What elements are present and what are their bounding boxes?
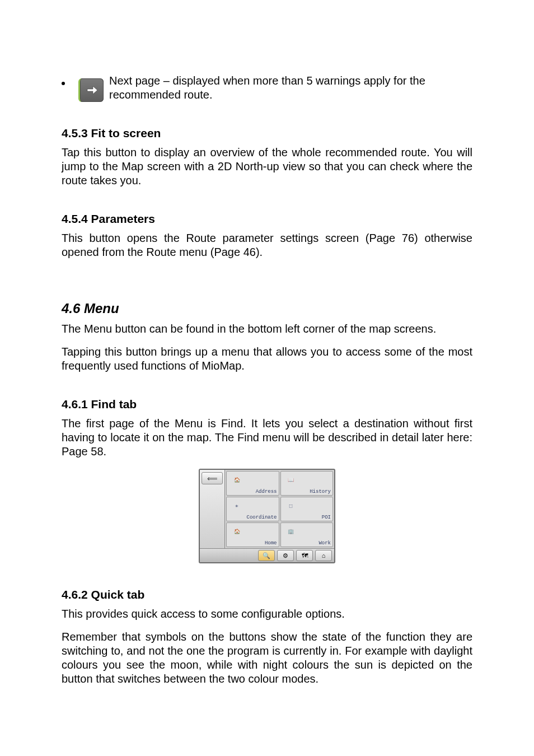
heading-menu: 4.6 Menu (62, 301, 472, 316)
tab-route-icon[interactable]: 🗺 (296, 550, 313, 561)
para-fit-to-screen: Tap this button to display an overview o… (62, 146, 472, 188)
para-quick-tab-2: Remember that symbols on the buttons sho… (62, 630, 472, 686)
cell-home[interactable]: 🏠 Home (226, 522, 279, 547)
heading-find-tab: 4.6.1 Find tab (62, 398, 472, 411)
heading-parameters: 4.5.4 Parameters (62, 212, 472, 226)
work-icon: 🏢 (284, 525, 298, 538)
back-button[interactable]: ⟸ (202, 472, 223, 484)
tab-quick-icon[interactable]: ⚙ (277, 550, 294, 561)
cell-label: History (310, 489, 331, 494)
para-find-tab: The first page of the Menu is Find. It l… (62, 417, 472, 459)
para-parameters: This button opens the Route parameter se… (62, 231, 472, 259)
cell-label: POI (322, 515, 331, 520)
arrow-right-icon (78, 78, 104, 102)
cell-work[interactable]: 🏢 Work (280, 522, 334, 547)
bullet-text: Next page – displayed when more than 5 w… (109, 74, 472, 102)
home-icon: 🏠 (230, 525, 243, 538)
coordinate-icon: ✳ (230, 499, 243, 512)
cell-coordinate[interactable]: ✳ Coordinate (226, 497, 279, 521)
history-icon: 📖 (284, 473, 298, 487)
find-screenshot: ⟸ 🏠 Address 📖 History ✳ Coordinate (62, 469, 472, 563)
find-side-panel: ⟸ (200, 470, 225, 548)
cell-history[interactable]: 📖 History (280, 471, 334, 496)
para-menu-2: Tapping this button brings up a menu tha… (62, 345, 472, 373)
cell-label: Home (265, 540, 277, 546)
bullet-dot (62, 82, 65, 85)
bullet-list-item: Next page – displayed when more than 5 w… (62, 62, 472, 102)
back-icon: ⟸ (207, 474, 218, 483)
para-quick-tab-1: This provides quick access to some confi… (62, 607, 472, 621)
cell-poi[interactable]: ⬚ POI (280, 497, 334, 521)
cell-label: Address (256, 489, 277, 494)
cell-label: Coordinate (246, 515, 277, 520)
heading-fit-to-screen: 4.5.3 Fit to screen (62, 127, 472, 140)
cell-label: Work (318, 540, 331, 546)
para-menu-1: The Menu button can be found in the bott… (62, 322, 472, 336)
find-grid: 🏠 Address 📖 History ✳ Coordinate ⬚ POI (225, 470, 334, 548)
find-bottom-bar: 🔍 ⚙ 🗺 ⌂ (200, 548, 334, 562)
heading-quick-tab: 4.6.2 Quick tab (62, 588, 472, 601)
tab-main-icon[interactable]: ⌂ (315, 550, 332, 561)
cell-address[interactable]: 🏠 Address (226, 471, 279, 496)
poi-icon: ⬚ (284, 499, 298, 512)
tab-find-icon[interactable]: 🔍 (258, 550, 275, 561)
address-icon: 🏠 (230, 473, 243, 487)
